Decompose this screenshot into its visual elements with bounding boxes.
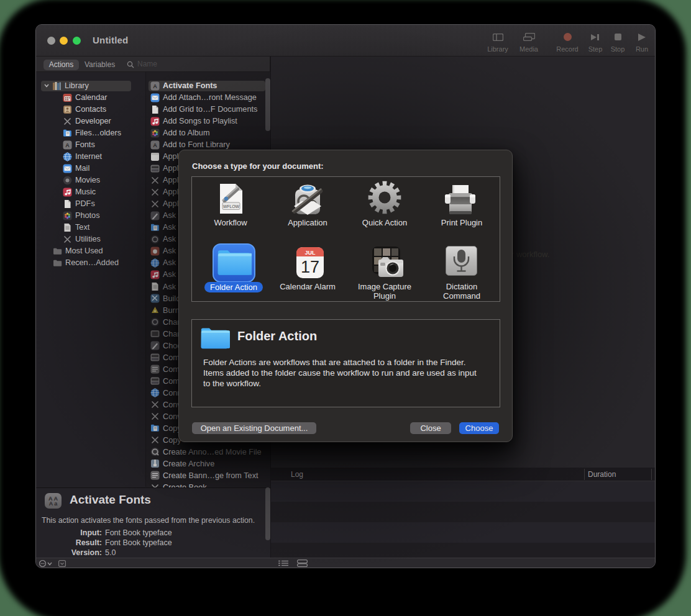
svg-text:17: 17 <box>301 258 319 276</box>
svg-text:WFLOW: WFLOW <box>223 204 240 209</box>
svg-text:A: A <box>153 142 157 148</box>
svg-text:A: A <box>65 142 70 148</box>
svg-text:A: A <box>153 83 157 89</box>
svg-text:JUL: JUL <box>304 250 316 256</box>
